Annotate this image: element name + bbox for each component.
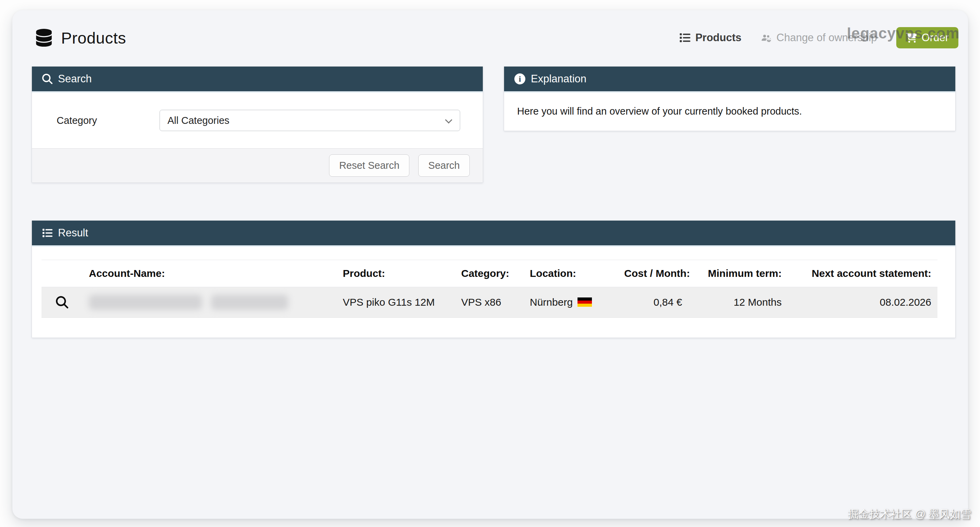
reset-search-button[interactable]: Reset Search <box>329 154 409 177</box>
magnifier-icon[interactable] <box>56 296 68 309</box>
germany-flag-icon <box>578 298 592 307</box>
result-panel-title: Result <box>58 227 88 239</box>
explanation-panel-title: Explanation <box>531 73 586 85</box>
main-card: Products Products Change of ownership Or… <box>12 10 968 519</box>
product-cell: VPS piko G11s 12M <box>337 287 455 318</box>
cost-cell: 0,84 € <box>618 287 688 318</box>
info-icon: i <box>514 73 525 84</box>
result-table-wrap: Account-Name: Product: Category: Locatio… <box>32 247 955 338</box>
column-header-minimum-term: Minimum term: <box>688 260 788 287</box>
column-header-product: Product: <box>337 260 455 287</box>
table-row[interactable]: VPS piko G11s 12M VPS x86 Nürnberg 0,84 … <box>41 287 937 318</box>
result-panel-header: Result <box>32 221 955 247</box>
search-panel-title: Search <box>58 73 92 85</box>
page-title-group: Products <box>36 29 126 47</box>
row-detail-cell[interactable] <box>41 287 83 318</box>
table-header-row: Account-Name: Product: Category: Locatio… <box>41 260 937 287</box>
list-icon <box>42 228 52 238</box>
column-header-category: Category: <box>455 260 523 287</box>
cart-icon <box>906 33 917 43</box>
order-button-label: Order <box>922 32 949 44</box>
search-panel-header: Search <box>32 67 483 92</box>
nav-item-label: Products <box>695 32 741 44</box>
explanation-panel: i Explanation Here you will find an over… <box>504 66 956 131</box>
search-icon <box>42 74 52 84</box>
page-title: Products <box>61 29 126 47</box>
category-cell: VPS x86 <box>455 287 523 318</box>
database-icon <box>36 29 52 47</box>
nav-item-label: Change of ownership <box>776 32 877 44</box>
next-statement-cell: 08.02.2026 <box>788 287 937 318</box>
explanation-panel-header: i Explanation <box>504 67 955 92</box>
column-header-cost: Cost / Month: <box>618 260 688 287</box>
top-bar: Products Products Change of ownership Or… <box>36 27 958 49</box>
category-label: Category <box>57 115 159 126</box>
result-panel: Result Account-Name: Product: Category: <box>32 220 956 338</box>
account-name-redacted <box>89 295 331 310</box>
category-select[interactable]: All Categories <box>159 110 460 131</box>
order-button[interactable]: Order <box>896 27 958 48</box>
column-header-account-name: Account-Name: <box>83 260 337 287</box>
search-footer: Reset Search Search <box>32 148 483 183</box>
category-select-wrap: All Categories <box>159 110 460 131</box>
column-header-icon <box>41 260 83 287</box>
account-name-cell <box>83 287 337 318</box>
users-gear-icon <box>761 32 772 43</box>
search-button[interactable]: Search <box>418 154 470 177</box>
search-panel: Search Category All Categories Reset Sea… <box>32 66 483 183</box>
location-cell: Nürnberg <box>523 287 618 318</box>
location-label: Nürnberg <box>530 296 573 308</box>
nav-item-products[interactable]: Products <box>679 32 741 44</box>
search-form: Category All Categories <box>32 92 483 148</box>
list-icon <box>679 32 690 43</box>
explanation-text: Here you will find an overview of your c… <box>504 92 955 131</box>
nav-item-change-of-ownership[interactable]: Change of ownership <box>761 32 877 44</box>
column-header-next-statement: Next account statement: <box>788 260 937 287</box>
result-table: Account-Name: Product: Category: Locatio… <box>41 260 937 318</box>
top-nav: Products Change of ownership Order <box>679 27 958 48</box>
minimum-term-cell: 12 Months <box>688 287 788 318</box>
page-background: Products Products Change of ownership Or… <box>0 0 980 527</box>
column-header-location: Location: <box>523 260 618 287</box>
